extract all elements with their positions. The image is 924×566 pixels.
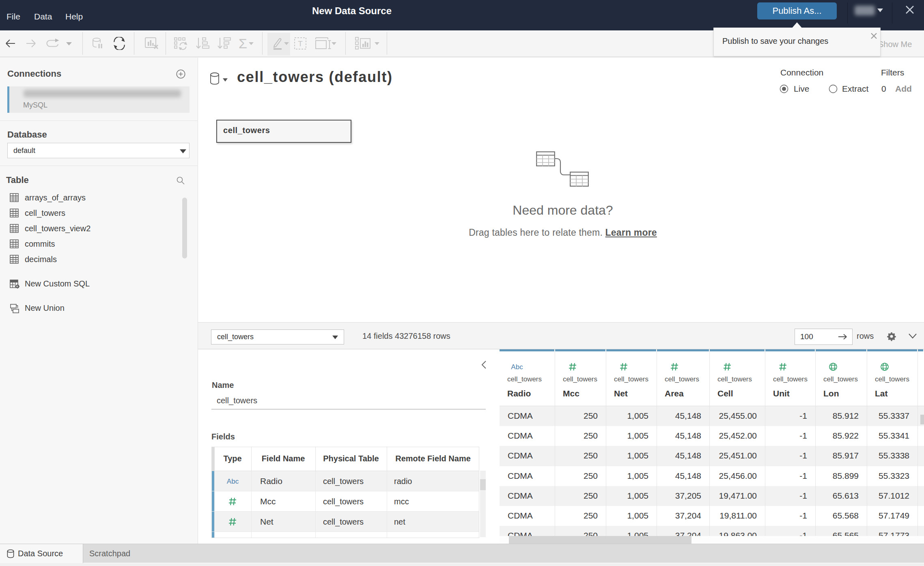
svg-text:T: T (298, 39, 303, 48)
